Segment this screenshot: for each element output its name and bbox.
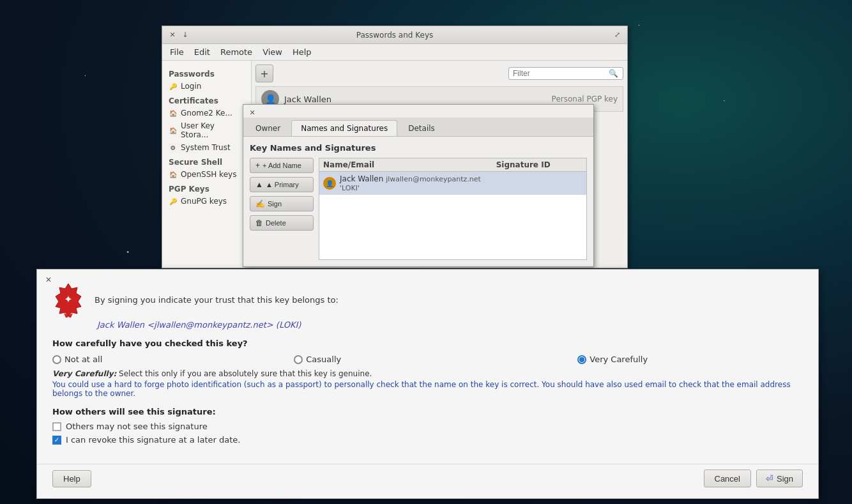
passwords-toolbar: + 🔍 xyxy=(255,65,623,82)
radio-very-carefully[interactable]: Very Carefully xyxy=(577,355,648,364)
key-dialog-close[interactable]: ✕ xyxy=(247,107,257,118)
passwords-download-btn[interactable]: ↓ xyxy=(180,30,190,40)
names-header-sigid: Signature ID xyxy=(496,160,582,169)
sign-description-sub: You could use a hard to forge photo iden… xyxy=(52,380,803,398)
row-email: jlwallen@monkeypantz.net xyxy=(386,175,481,183)
sign-arrow-icon: ⏎ xyxy=(766,473,773,484)
svg-text:✦: ✦ xyxy=(64,293,72,305)
sidebar-section-certificates: Certificates xyxy=(162,93,251,107)
radio-options: Not at all Casually Very Carefully xyxy=(52,355,803,364)
filter-icon: 🔍 xyxy=(609,69,618,78)
menu-file[interactable]: File xyxy=(165,45,189,59)
sign-dialog-body: ✦ By signing you indicate your trust tha… xyxy=(37,270,818,461)
names-table: Name/Email Signature ID 👤 Jack Wallen jl… xyxy=(319,158,587,260)
sign-checkbox-revoke: I can revoke this signature at a later d… xyxy=(52,435,803,445)
sidebar-item-systemtrust[interactable]: ⚙ System Trust xyxy=(162,141,251,154)
radio-not-at-all[interactable]: Not at all xyxy=(52,355,102,364)
sign-description-em: Very Carefully: xyxy=(52,369,116,378)
sign-key-id: Jack Wallen <jlwallen@monkeypantz.net> (… xyxy=(97,320,803,330)
sign-others-title: How others will see this signature: xyxy=(52,407,803,416)
add-key-button[interactable]: + xyxy=(255,65,273,82)
sign-help-button[interactable]: Help xyxy=(52,470,91,487)
checkbox-revoke[interactable] xyxy=(52,436,61,445)
sign-cancel-button[interactable]: Cancel xyxy=(704,470,751,487)
row-uid: 'LOKI' xyxy=(340,184,360,192)
sidebar-item-login[interactable]: 🔑 Login xyxy=(162,80,251,93)
passwords-expand-btn[interactable]: ⤢ xyxy=(612,30,622,40)
primary-button[interactable]: ▲ ▲ Primary xyxy=(250,177,314,192)
key-dialog-tabbar: Owner Names and Signatures Details xyxy=(243,118,593,137)
passwords-title: Passwords and Keys xyxy=(356,31,434,40)
key-dialog-section-title: Key Names and Signatures xyxy=(250,143,587,153)
passwords-close-btn[interactable]: ✕ xyxy=(167,30,178,40)
tab-details[interactable]: Details xyxy=(399,120,445,136)
menu-help[interactable]: Help xyxy=(287,45,317,59)
filter-input[interactable] xyxy=(513,69,609,78)
row-name-email: Jack Wallen jlwallen@monkeypantz.net 'LO… xyxy=(340,174,501,192)
radio-not-at-all-label: Not at all xyxy=(65,355,102,364)
radio-not-at-all-circle xyxy=(52,355,61,364)
key-name: Jack Wallen xyxy=(284,95,552,104)
tab-names-signatures[interactable]: Names and Signatures xyxy=(291,120,397,136)
sidebar-item-userkey[interactable]: 🏠 User Key Stora... xyxy=(162,119,251,141)
sign-description: Very Carefully: Select this only if you … xyxy=(52,369,803,378)
sign-question: How carefully have you checked this key? xyxy=(52,339,803,348)
key-dialog: ✕ Owner Names and Signatures Details Key… xyxy=(243,104,594,267)
delete-key-icon: 🗑 xyxy=(255,218,263,227)
checkbox-others-not-see[interactable] xyxy=(52,422,61,431)
sidebar-section-pgp: PGP Keys xyxy=(162,181,251,195)
checkbox-others-not-see-label: Others may not see this signature xyxy=(66,422,208,431)
sidebar-section-secureshell: Secure Shell xyxy=(162,154,251,168)
sign-key-button[interactable]: ✍ Sign xyxy=(250,196,314,211)
add-name-icon: + xyxy=(255,161,260,170)
openssh-icon: 🏠 xyxy=(169,170,178,179)
passwords-titlebar: ✕ ↓ Passwords and Keys ⤢ xyxy=(162,26,627,44)
delete-key-button[interactable]: 🗑 Delete xyxy=(250,215,314,231)
row-avatar: 👤 xyxy=(323,177,336,190)
passwords-menubar: File Edit Remote View Help xyxy=(162,44,627,61)
menu-remote[interactable]: Remote xyxy=(215,45,257,59)
key-dialog-content: Key Names and Signatures + + Add Name ▲ … xyxy=(243,137,593,266)
names-header-nameemail: Name/Email xyxy=(323,160,496,169)
sign-dialog: ✕ ✦ By signing you indicate your trust t… xyxy=(36,269,819,499)
sign-checkbox-others: Others may not see this signature xyxy=(52,422,803,431)
names-table-header: Name/Email Signature ID xyxy=(319,158,586,172)
sign-confirm-button[interactable]: ⏎ Sign xyxy=(756,470,803,487)
radio-casually-label: Casually xyxy=(306,355,341,364)
radio-casually[interactable]: Casually xyxy=(294,355,341,364)
sign-description-text: Select this only if you are absolutely s… xyxy=(119,369,372,378)
checkbox-revoke-label: I can revoke this signature at a later d… xyxy=(66,435,240,445)
key-names-area: + + Add Name ▲ ▲ Primary ✍ Sign 🗑 Delete xyxy=(250,158,587,260)
sign-trust-text: By signing you indicate your trust that … xyxy=(95,295,339,305)
menu-edit[interactable]: Edit xyxy=(189,45,215,59)
sidebar-item-gnupg[interactable]: 🔑 GnuPG keys xyxy=(162,195,251,208)
sign-trust-row: ✦ By signing you indicate your trust tha… xyxy=(52,282,803,317)
sign-dialog-footer: Help Cancel ⏎ Sign xyxy=(37,464,818,493)
primary-icon: ▲ xyxy=(255,180,263,189)
sign-key-icon: ✍ xyxy=(255,199,265,208)
menu-view[interactable]: View xyxy=(257,45,287,59)
radio-very-carefully-circle xyxy=(577,355,586,364)
sidebar-item-openssh[interactable]: 🏠 OpenSSH keys xyxy=(162,168,251,181)
userkey-icon: 🏠 xyxy=(169,126,178,135)
passwords-sidebar: Passwords 🔑 Login Certificates 🏠 Gnome2 … xyxy=(162,61,252,268)
radio-very-carefully-label: Very Carefully xyxy=(590,355,648,364)
login-icon: 🔑 xyxy=(169,82,178,91)
key-type: Personal PGP key xyxy=(552,95,618,103)
radio-casually-circle xyxy=(294,355,303,364)
names-table-row[interactable]: 👤 Jack Wallen jlwallen@monkeypantz.net '… xyxy=(319,172,586,195)
tab-owner[interactable]: Owner xyxy=(246,120,290,136)
gnupg-icon: 🔑 xyxy=(169,197,178,206)
key-actions: + + Add Name ▲ ▲ Primary ✍ Sign 🗑 Delete xyxy=(250,158,314,260)
systemtrust-icon: ⚙ xyxy=(169,143,178,152)
gnome2-icon: 🏠 xyxy=(169,109,178,118)
sidebar-item-gnome2[interactable]: 🏠 Gnome2 Ke... xyxy=(162,107,251,119)
sign-seal: ✦ xyxy=(52,282,84,317)
filter-box: 🔍 xyxy=(508,67,623,80)
sidebar-section-passwords: Passwords xyxy=(162,66,251,80)
add-name-button[interactable]: + + Add Name xyxy=(250,158,314,173)
